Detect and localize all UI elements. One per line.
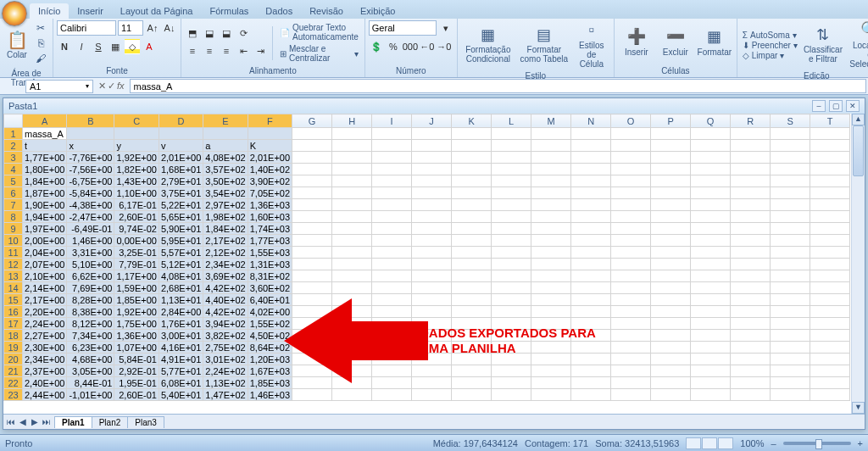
cell[interactable]: 1,94E+00	[23, 211, 67, 223]
cell[interactable]	[412, 377, 452, 389]
font-color-button[interactable]: A	[142, 39, 157, 54]
cell[interactable]	[691, 377, 731, 389]
cell[interactable]	[292, 389, 332, 401]
cell[interactable]: 5,57E+01	[159, 247, 203, 259]
cell[interactable]	[531, 294, 571, 306]
cell[interactable]: 5,84E-01	[114, 354, 159, 365]
find-select-button[interactable]: 🔍Localizar e Selecionar	[847, 20, 868, 70]
normal-view-button[interactable]	[686, 437, 701, 449]
cell[interactable]	[452, 259, 492, 270]
cell[interactable]: 1,17E+00	[114, 270, 159, 282]
cell[interactable]	[292, 164, 332, 175]
cell[interactable]	[611, 211, 651, 223]
cell[interactable]	[771, 354, 810, 365]
row-header[interactable]: 17	[4, 318, 23, 330]
scroll-thumb[interactable]	[853, 125, 864, 176]
cell[interactable]	[651, 128, 691, 140]
cell[interactable]	[611, 294, 651, 306]
cell[interactable]	[691, 330, 731, 342]
col-header-Q[interactable]: Q	[691, 114, 731, 128]
cell[interactable]: y	[114, 140, 159, 152]
cell[interactable]: 8,38E+00	[67, 306, 114, 318]
cell[interactable]	[332, 282, 372, 294]
cell[interactable]	[531, 354, 571, 365]
cell[interactable]	[691, 223, 731, 235]
cell[interactable]	[531, 377, 571, 389]
col-header-N[interactable]: N	[571, 114, 611, 128]
cell[interactable]	[292, 211, 332, 223]
cell[interactable]	[412, 282, 452, 294]
cell[interactable]	[492, 330, 531, 342]
row-header[interactable]: 9	[4, 223, 23, 235]
cell[interactable]	[691, 259, 731, 270]
cell[interactable]	[332, 152, 372, 164]
cell[interactable]: 1,84E+02	[203, 223, 248, 235]
cell[interactable]	[611, 247, 651, 259]
cell[interactable]	[731, 354, 771, 365]
cell[interactable]	[492, 365, 531, 377]
cell[interactable]: 1,85E+00	[114, 294, 159, 306]
cell[interactable]	[691, 365, 731, 377]
row-header[interactable]: 19	[4, 342, 23, 354]
cell[interactable]: 2,34E+02	[203, 259, 248, 270]
cell[interactable]	[810, 259, 850, 270]
cell[interactable]	[731, 175, 771, 187]
cell[interactable]	[372, 235, 412, 247]
cell[interactable]	[771, 282, 810, 294]
cell[interactable]: 3,25E-01	[114, 247, 159, 259]
cell[interactable]	[571, 223, 611, 235]
row-header[interactable]: 2	[4, 140, 23, 152]
col-header-I[interactable]: I	[372, 114, 412, 128]
cell[interactable]	[810, 128, 850, 140]
cell[interactable]: 1,95E-01	[114, 377, 159, 389]
cell[interactable]: 3,90E+02	[248, 175, 292, 187]
cell[interactable]: 6,17E-01	[114, 199, 159, 211]
cell[interactable]	[492, 235, 531, 247]
cell[interactable]	[412, 128, 452, 140]
cell[interactable]: 2,60E-01	[114, 389, 159, 401]
cell[interactable]: 4,50E+02	[248, 330, 292, 342]
row-header[interactable]: 11	[4, 247, 23, 259]
cell[interactable]	[492, 389, 531, 401]
cell[interactable]	[372, 223, 412, 235]
cell[interactable]: 2,01E+00	[159, 152, 203, 164]
cell[interactable]	[731, 389, 771, 401]
cell[interactable]	[372, 211, 412, 223]
cell[interactable]	[810, 294, 850, 306]
cell[interactable]	[691, 342, 731, 354]
cell-styles-button[interactable]: ▫Estilos de Célula	[573, 20, 610, 70]
cell[interactable]: 1,55E+02	[248, 318, 292, 330]
fill-color-button[interactable]: ◇	[125, 39, 140, 54]
cell[interactable]	[651, 318, 691, 330]
cell[interactable]	[731, 199, 771, 211]
cell[interactable]: -7,76E+00	[67, 152, 114, 164]
cell[interactable]	[571, 235, 611, 247]
paste-button[interactable]: 📋 Colar	[3, 24, 31, 64]
cell[interactable]: 2,40E+00	[23, 377, 67, 389]
cell[interactable]: 1,60E+03	[248, 211, 292, 223]
cell[interactable]	[611, 187, 651, 199]
cell[interactable]: 2,68E+01	[159, 282, 203, 294]
cell[interactable]	[452, 294, 492, 306]
cell[interactable]	[292, 354, 332, 365]
row-header[interactable]: 10	[4, 235, 23, 247]
cell[interactable]	[492, 187, 531, 199]
col-header-E[interactable]: E	[203, 114, 248, 128]
cell[interactable]	[332, 223, 372, 235]
align-left-icon[interactable]: ≡	[185, 43, 200, 58]
cell[interactable]	[332, 140, 372, 152]
select-all-corner[interactable]	[4, 114, 23, 128]
cell[interactable]	[731, 187, 771, 199]
tab-layout[interactable]: Layout da Página	[112, 3, 202, 19]
cell[interactable]: 2,00E+00	[23, 235, 67, 247]
row-header[interactable]: 4	[4, 164, 23, 175]
cell[interactable]	[531, 259, 571, 270]
cell[interactable]	[691, 211, 731, 223]
cell[interactable]	[372, 294, 412, 306]
cell[interactable]: -2,47E+00	[67, 211, 114, 223]
page-layout-view-button[interactable]	[702, 437, 717, 449]
cell[interactable]	[372, 164, 412, 175]
cell[interactable]	[571, 389, 611, 401]
cell[interactable]	[731, 306, 771, 318]
cell[interactable]	[332, 164, 372, 175]
